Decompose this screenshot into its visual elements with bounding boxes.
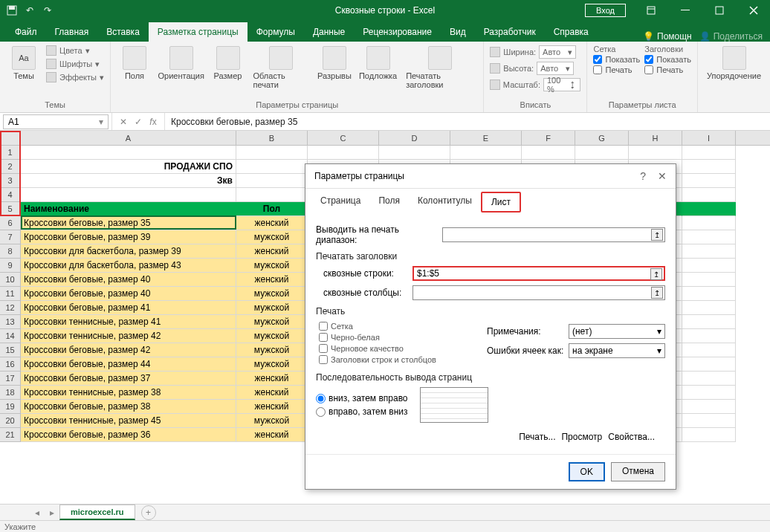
col-header[interactable]: E: [450, 131, 522, 145]
arrange-button[interactable]: Упорядочение: [704, 45, 764, 82]
headings-show-check[interactable]: Показать: [644, 55, 691, 64]
minimize-icon[interactable]: [669, 0, 702, 21]
width-dropdown[interactable]: Авто▾: [539, 45, 576, 59]
order-section: Последовательность вывода страниц: [316, 372, 665, 383]
dialog-tab[interactable]: Страница: [311, 192, 369, 213]
formula-input[interactable]: Кроссовки беговые, размер 35: [165, 117, 770, 127]
col-header[interactable]: A: [21, 131, 236, 145]
grid-show-check[interactable]: Показать: [593, 55, 640, 64]
ok-button[interactable]: OK: [569, 462, 605, 481]
size-button[interactable]: Размер: [210, 45, 246, 82]
height-icon: [490, 63, 500, 74]
group-arrange: Упорядочение: [698, 42, 770, 112]
order-right-then-down[interactable]: вправо, затем вниз: [316, 406, 408, 417]
print-area-button[interactable]: Область печати: [250, 45, 311, 91]
tell-me[interactable]: 💡Помощн: [643, 31, 692, 42]
errors-dropdown[interactable]: на экране▾: [569, 343, 665, 358]
cancel-formula-icon[interactable]: ✕: [117, 117, 130, 127]
grid-print-check[interactable]: Печать: [593, 65, 640, 74]
login-button[interactable]: Вход: [585, 4, 626, 17]
ribbon-tab[interactable]: Формулы: [248, 22, 304, 42]
ribbon-tab[interactable]: Справка: [545, 22, 598, 42]
close-dialog-icon[interactable]: ✕: [658, 170, 667, 182]
ribbon-tab[interactable]: Рецензирование: [354, 22, 441, 42]
colors-icon: [46, 45, 56, 56]
print-button[interactable]: Печать...: [519, 432, 555, 442]
print-option-check[interactable]: Заголовки строк и столбцов: [319, 355, 472, 364]
print-option-check[interactable]: Сетка: [319, 322, 472, 331]
maximize-icon[interactable]: [703, 0, 736, 21]
col-header[interactable]: H: [629, 131, 682, 145]
print-titles-icon: [428, 46, 452, 70]
help-icon[interactable]: ?: [640, 170, 646, 182]
print-titles-section: Печатать заголовки: [316, 251, 665, 262]
dialog-title: Параметры страницы: [314, 171, 404, 181]
themes-button[interactable]: AaТемы: [6, 45, 42, 82]
next-sheet-icon[interactable]: ▸: [45, 507, 59, 518]
fonts-button[interactable]: Шрифты▾: [46, 58, 104, 70]
ribbon-tab[interactable]: Данные: [304, 22, 354, 42]
share-button[interactable]: 👤Поделиться: [699, 31, 763, 42]
add-sheet-icon[interactable]: +: [141, 505, 156, 520]
margins-button[interactable]: Поля: [117, 45, 152, 82]
print-range-input[interactable]: ↥: [442, 227, 665, 242]
ribbon-tab[interactable]: Вставка: [97, 22, 149, 42]
scale-spinner[interactable]: 100 %⭥: [543, 78, 580, 91]
group-label: Параметры листа: [593, 99, 691, 111]
breaks-button[interactable]: Разрывы: [316, 45, 353, 82]
orientation-button[interactable]: Ориентация: [157, 45, 205, 82]
print-option-check[interactable]: Черновое качество: [319, 344, 472, 353]
colors-button[interactable]: Цвета▾: [46, 45, 104, 56]
bulb-icon: 💡: [643, 31, 654, 42]
col-header[interactable]: G: [575, 131, 629, 145]
enter-formula-icon[interactable]: ✓: [132, 117, 145, 127]
height-dropdown[interactable]: Авто▾: [537, 62, 574, 75]
dialog-tab[interactable]: Лист: [481, 192, 521, 213]
preview-button[interactable]: Просмотр: [561, 432, 602, 442]
name-box[interactable]: A1▾: [3, 114, 109, 129]
col-header[interactable]: C: [308, 131, 379, 145]
range-picker-icon[interactable]: ↥: [651, 229, 663, 241]
size-icon: [216, 46, 240, 70]
col-header[interactable]: B: [236, 131, 308, 145]
range-picker-icon[interactable]: ↥: [651, 287, 663, 299]
ribbon: AaТемы Цвета▾ Шрифты▾ Эффекты▾ Темы Поля…: [0, 42, 770, 113]
select-all-corner[interactable]: [0, 131, 21, 145]
col-header[interactable]: I: [682, 131, 736, 145]
grid-label: Сетка: [593, 45, 640, 53]
fx-icon[interactable]: fx: [146, 117, 160, 127]
ribbon-tab[interactable]: Вид: [441, 22, 475, 42]
save-icon[interactable]: [4, 3, 19, 18]
properties-button[interactable]: Свойства...: [608, 432, 655, 442]
effects-button[interactable]: Эффекты▾: [46, 71, 104, 83]
ribbon-tab[interactable]: Разметка страницы: [149, 22, 248, 42]
group-scale: Ширина:Авто▾ Высота:Авто▾ Масштаб:100 %⭥…: [484, 42, 587, 112]
cancel-button[interactable]: Отмена: [611, 462, 665, 481]
print-option-check[interactable]: Черно-белая: [319, 333, 472, 342]
ribbon-tab[interactable]: Разработчик: [475, 22, 545, 42]
print-area-icon: [269, 46, 293, 70]
dialog-tab[interactable]: Поля: [369, 192, 409, 213]
comments-dropdown[interactable]: (нет)▾: [569, 324, 665, 339]
ribbon-tab[interactable]: Главная: [46, 22, 98, 42]
prev-sheet-icon[interactable]: ◂: [30, 507, 45, 518]
headings-print-check[interactable]: Печать: [644, 65, 691, 74]
sheet-tab[interactable]: microexcel.ru: [59, 505, 135, 520]
group-sheet-options: Сетка Показать Печать Заголовки Показать…: [587, 42, 698, 112]
group-label: Вписать: [490, 99, 580, 111]
rows-repeat-input[interactable]: $1:$5↥: [412, 266, 665, 281]
cols-repeat-input[interactable]: ↥: [412, 285, 665, 300]
dialog-tab[interactable]: Колонтитулы: [409, 192, 481, 213]
ribbon-options-icon[interactable]: [635, 0, 667, 21]
range-picker-icon[interactable]: ↥: [650, 268, 662, 280]
col-header[interactable]: F: [522, 131, 575, 145]
ribbon-tab[interactable]: Файл: [6, 22, 46, 42]
print-titles-button[interactable]: Печатать заголовки: [403, 45, 477, 91]
order-down-then-right[interactable]: вниз, затем вправо: [316, 393, 408, 403]
undo-icon[interactable]: ↶: [22, 3, 37, 18]
col-header[interactable]: D: [379, 131, 450, 145]
errors-label: Ошибки ячеек как:: [487, 346, 569, 356]
redo-icon[interactable]: ↷: [40, 3, 55, 18]
background-button[interactable]: Подложка: [358, 45, 398, 82]
close-icon[interactable]: [737, 0, 770, 21]
